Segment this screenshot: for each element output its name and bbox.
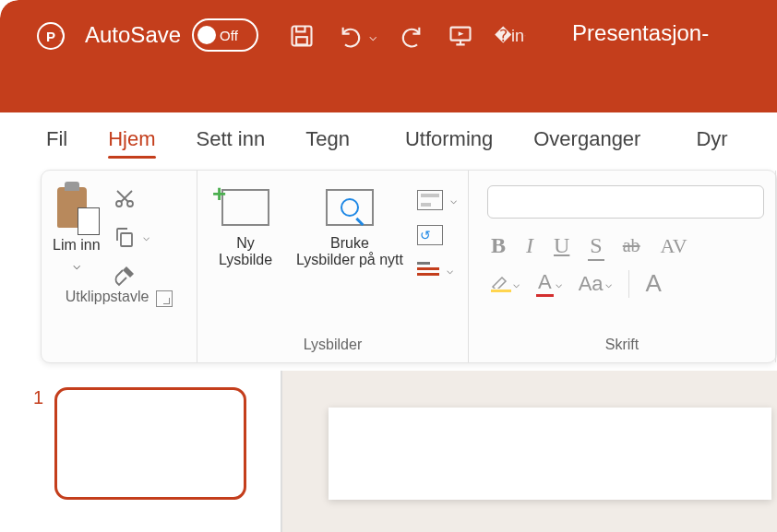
- slides-group: + Ny Lysbilde Bruke Lysbilder på nytt ⌵ …: [197, 171, 469, 362]
- save-button[interactable]: [286, 20, 317, 52]
- autosave-control[interactable]: AutoSave Off: [85, 18, 258, 52]
- paintbrush-icon: [114, 265, 136, 287]
- underline-button[interactable]: U: [554, 233, 569, 258]
- layout-icon: [417, 190, 443, 210]
- document-title: Presentasjon-: [572, 20, 709, 46]
- grow-font-button[interactable]: A: [646, 269, 662, 298]
- svg-rect-0: [293, 27, 312, 46]
- title-bar: P AutoSave Off ⌵ �in Presentasjon-: [0, 0, 777, 112]
- slide-thumbnail-panel: 1: [0, 371, 282, 532]
- powerpoint-app-icon: P: [37, 22, 65, 50]
- change-case-button[interactable]: Aa ⌵: [579, 272, 612, 296]
- slide-editor[interactable]: [282, 371, 777, 532]
- toggle-knob: [197, 26, 216, 44]
- copy-button[interactable]: ⌵: [114, 224, 149, 250]
- autosave-label: AutoSave: [85, 22, 181, 48]
- chevron-down-icon: �in: [495, 26, 524, 46]
- change-case-icon: Aa: [579, 272, 604, 296]
- reset-icon: ↺: [417, 225, 443, 245]
- save-icon: [289, 23, 315, 49]
- copy-icon: [114, 226, 136, 248]
- bold-button[interactable]: B: [491, 233, 506, 258]
- quick-access-toolbar: ⌵ �in: [286, 20, 526, 52]
- reuse-slides-icon: [326, 189, 374, 226]
- format-painter-button[interactable]: [114, 263, 149, 289]
- new-slide-button[interactable]: + Ny Lysbilde: [209, 180, 282, 283]
- chevron-down-icon: ⌵: [556, 278, 562, 290]
- slideshow-button[interactable]: [445, 20, 476, 52]
- new-slide-icon: +: [221, 189, 269, 226]
- ribbon: Lim inn ⌵ ⌵ Utklippstavle: [41, 170, 777, 363]
- chevron-down-icon[interactable]: ⌵: [73, 257, 80, 272]
- chevron-down-icon[interactable]: ⌵: [369, 29, 377, 43]
- char-spacing-button[interactable]: AV: [661, 234, 687, 258]
- tab-insert[interactable]: Sett inn: [176, 116, 286, 162]
- chevron-down-icon: ⌵: [450, 194, 457, 207]
- tab-home[interactable]: Hjem: [88, 116, 175, 162]
- tab-draw[interactable]: Tegn: [285, 116, 370, 162]
- tab-design[interactable]: Utforming: [370, 116, 513, 162]
- slide-number: 1: [33, 387, 43, 532]
- scissors-icon: [114, 187, 136, 209]
- reuse-label-1: Bruke: [330, 235, 369, 252]
- svg-rect-1: [296, 37, 307, 44]
- slideshow-icon: [448, 23, 473, 49]
- new-slide-label-1: Ny: [236, 235, 255, 252]
- section-icon: [417, 262, 439, 278]
- new-slide-label-2: Lysbilde: [219, 252, 272, 268]
- undo-icon: [339, 23, 365, 49]
- chevron-down-icon: ⌵: [143, 231, 149, 243]
- slides-group-label: Lysbilder: [209, 337, 457, 357]
- font-name-selector[interactable]: [487, 185, 764, 219]
- svg-rect-5: [121, 233, 132, 246]
- font-color-button[interactable]: A ⌵: [536, 270, 562, 297]
- strikethrough-button[interactable]: ab: [623, 235, 640, 256]
- font-group-label: Skrift: [480, 337, 764, 357]
- reset-button[interactable]: ↺: [417, 222, 457, 248]
- highlighter-icon: [491, 276, 511, 292]
- tab-file[interactable]: Fil: [26, 116, 88, 162]
- paste-label: Lim inn: [53, 237, 101, 254]
- customize-qat-button[interactable]: �in: [495, 20, 526, 52]
- redo-icon: [398, 23, 424, 49]
- font-group: B I U S ab AV ⌵ A ⌵ Aa ⌵ A: [469, 171, 776, 362]
- section-button[interactable]: ⌵: [417, 257, 457, 283]
- ribbon-tabs: Fil Hjem Sett inn Tegn Utforming Overgan…: [0, 112, 777, 166]
- clipboard-group: Lim inn ⌵ ⌵ Utklippstavle: [42, 171, 197, 362]
- layout-button[interactable]: ⌵: [417, 187, 457, 213]
- paste-icon: [57, 183, 96, 231]
- chevron-down-icon: ⌵: [513, 278, 520, 290]
- slide-workspace: 1: [0, 371, 777, 532]
- reuse-label-2: Lysbilder på nytt: [296, 252, 403, 268]
- reuse-slides-button[interactable]: Bruke Lysbilder på nytt: [299, 180, 400, 283]
- undo-button[interactable]: [336, 20, 367, 52]
- undo-split-button[interactable]: ⌵: [336, 20, 377, 52]
- clipboard-dialog-launcher[interactable]: [156, 290, 173, 307]
- chevron-down-icon: ⌵: [605, 278, 612, 290]
- slide-canvas[interactable]: [329, 408, 771, 500]
- tab-transitions[interactable]: Overganger: [513, 116, 661, 162]
- toggle-state-text: Off: [220, 28, 238, 43]
- font-color-icon: A: [536, 270, 554, 297]
- clipboard-group-label: Utklippstavle: [66, 289, 149, 309]
- slide-thumbnail-1[interactable]: [54, 387, 246, 500]
- chevron-down-icon: [524, 28, 526, 44]
- tab-animations[interactable]: Dyr: [661, 116, 747, 162]
- paste-button[interactable]: Lim inn ⌵: [53, 180, 101, 289]
- highlight-button[interactable]: ⌵: [491, 276, 520, 292]
- cut-button[interactable]: [114, 185, 149, 211]
- autosave-toggle[interactable]: Off: [192, 18, 258, 52]
- redo-button[interactable]: [395, 20, 426, 52]
- chevron-down-icon: ⌵: [447, 264, 453, 277]
- text-shadow-button[interactable]: S: [590, 233, 602, 258]
- italic-button[interactable]: I: [526, 233, 533, 258]
